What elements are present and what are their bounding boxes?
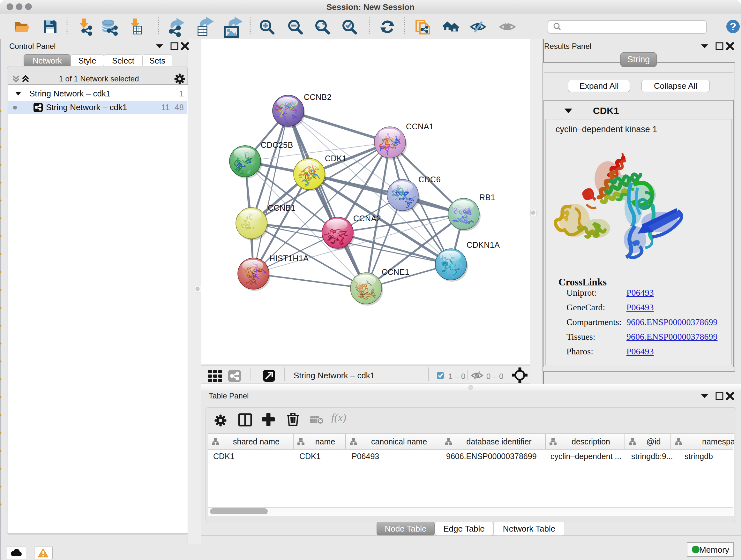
svg-text:CCNA1: CCNA1 xyxy=(406,122,434,131)
svg-text:CCNE1: CCNE1 xyxy=(382,267,409,276)
svg-text:HIST1H1A: HIST1H1A xyxy=(269,254,309,263)
svg-text:CCNA2: CCNA2 xyxy=(353,214,381,223)
svg-text:RB1: RB1 xyxy=(479,193,495,202)
svg-text:CDKN1A: CDKN1A xyxy=(467,240,500,249)
svg-text:CDK1: CDK1 xyxy=(325,154,347,163)
svg-text:CDC6: CDC6 xyxy=(418,175,441,184)
svg-text:CCNB2: CCNB2 xyxy=(304,92,332,102)
svg-text:CDC25B: CDC25B xyxy=(261,140,293,149)
svg-text:CCNB1: CCNB1 xyxy=(268,203,295,212)
